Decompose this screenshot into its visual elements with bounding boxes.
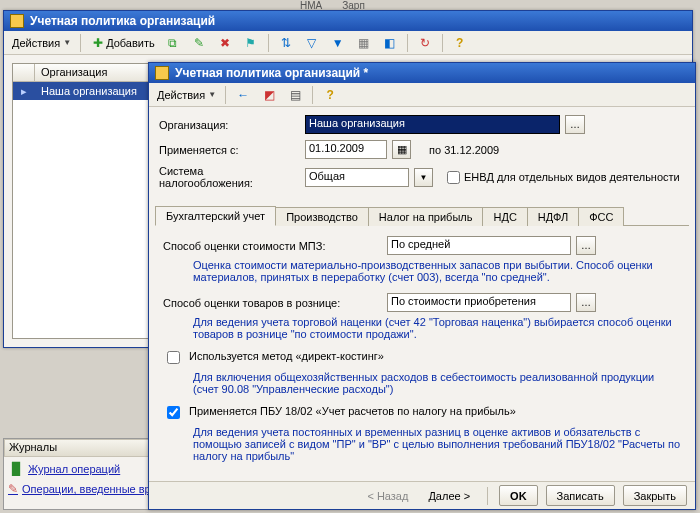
chart-button[interactable]: ◧ bbox=[378, 33, 402, 53]
copy-icon: ⧉ bbox=[165, 35, 181, 51]
plus-icon: ✚ bbox=[90, 35, 106, 51]
filter-button[interactable]: ▽ bbox=[300, 33, 324, 53]
direct-costing-help-text: Для включения общехозяйственных расходов… bbox=[193, 371, 681, 395]
accounting-policy-edit-window: Учетная политика организаций * Действия▼… bbox=[148, 62, 696, 510]
direct-costing-label: Используется метод «директ-костинг» bbox=[189, 350, 384, 362]
toolbar-separator bbox=[268, 34, 269, 52]
grid-icon: ▦ bbox=[356, 35, 372, 51]
calendar-icon: ▦ bbox=[397, 143, 407, 156]
tab-accounting-body: Способ оценки стоимости МПЗ: По средней … bbox=[149, 226, 695, 481]
tax-system-combo[interactable]: Общая bbox=[305, 168, 409, 187]
no-filter-icon: ▼ bbox=[330, 35, 346, 51]
actions-menu[interactable]: Действия▼ bbox=[8, 33, 75, 53]
list-button[interactable]: ▤ bbox=[283, 85, 307, 105]
organization-picker-button[interactable]: … bbox=[565, 115, 585, 134]
wizard-back-button: < Назад bbox=[361, 488, 414, 504]
organization-field[interactable]: Наша организация bbox=[305, 115, 560, 134]
tab-accounting[interactable]: Бухгалтерский учет bbox=[155, 206, 276, 226]
mpz-help-text: Оценка стоимости материально-производств… bbox=[193, 259, 681, 283]
chart-icon: ◧ bbox=[382, 35, 398, 51]
delete-button[interactable]: ✖ bbox=[213, 33, 237, 53]
app-icon bbox=[155, 66, 169, 80]
help-button[interactable]: ? bbox=[448, 33, 472, 53]
inner-toolbar: Действия▼ ← ◩ ▤ ? bbox=[149, 83, 695, 107]
refresh-button[interactable]: ↻ bbox=[413, 33, 437, 53]
retail-method-picker-button[interactable]: … bbox=[576, 293, 596, 312]
back-nav-button[interactable]: ← bbox=[231, 85, 255, 105]
tax-system-dropdown-button[interactable]: ▼ bbox=[414, 168, 433, 187]
tab-fss[interactable]: ФСС bbox=[578, 207, 624, 226]
row-marker-icon: ▸ bbox=[13, 85, 35, 98]
tab-nds[interactable]: НДС bbox=[482, 207, 527, 226]
manual-operations-link[interactable]: ✎ Операции, введенные вручную bbox=[8, 479, 148, 499]
pbu18-help-text: Для ведения учета постоянных и временных… bbox=[193, 426, 681, 462]
book-icon: ▉ bbox=[8, 461, 24, 477]
retail-help-text: Для ведения учета торговой наценки (счет… bbox=[193, 316, 681, 340]
close-button[interactable]: Закрыть bbox=[623, 485, 687, 506]
applies-from-label: Применяется с: bbox=[159, 144, 299, 156]
retail-method-label: Способ оценки товаров в рознице: bbox=[163, 297, 381, 309]
envd-checkbox-row[interactable]: ЕНВД для отдельных видов деятельности bbox=[447, 171, 680, 184]
edit-button[interactable]: ✎ bbox=[187, 33, 211, 53]
form-header: Организация: Наша организация … Применяе… bbox=[149, 107, 695, 199]
journals-panel: Журналы ▉ Журнал операций ✎ Операции, вв… bbox=[3, 438, 153, 510]
outer-window-title: Учетная политика организаций bbox=[30, 14, 215, 28]
tab-profit-tax[interactable]: Налог на прибыль bbox=[368, 207, 484, 226]
list-icon: ▤ bbox=[287, 87, 303, 103]
toolbar-separator bbox=[442, 34, 443, 52]
help-button[interactable]: ? bbox=[318, 85, 342, 105]
outer-toolbar: Действия▼ ✚ Добавить ⧉ ✎ ✖ ⚑ ⇅ ▽ ▼ ▦ ◧ ↻… bbox=[4, 31, 692, 55]
footer-separator bbox=[487, 487, 488, 505]
applies-to-text: по 31.12.2009 bbox=[429, 144, 499, 156]
ok-button[interactable]: OK bbox=[499, 485, 538, 506]
dialog-footer: < Назад Далее > OK Записать Закрыть bbox=[149, 481, 695, 509]
mark-button[interactable]: ⚑ bbox=[239, 33, 263, 53]
journals-header: Журналы bbox=[4, 439, 152, 457]
chart-icon: ◩ bbox=[261, 87, 277, 103]
calendar-button[interactable]: ▦ bbox=[392, 140, 411, 159]
pbu18-checkbox[interactable] bbox=[167, 406, 180, 419]
chevron-down-icon: ▼ bbox=[420, 173, 428, 182]
flag-icon: ⚑ bbox=[243, 35, 259, 51]
envd-checkbox[interactable] bbox=[447, 171, 460, 184]
toolbar-separator bbox=[80, 34, 81, 52]
toolbar-separator bbox=[407, 34, 408, 52]
actions-menu[interactable]: Действия▼ bbox=[153, 85, 220, 105]
mpz-method-label: Способ оценки стоимости МПЗ: bbox=[163, 240, 381, 252]
pbu18-label: Применяется ПБУ 18/02 «Учет расчетов по … bbox=[189, 405, 516, 417]
grid-header-icon-col bbox=[13, 64, 35, 81]
inner-titlebar[interactable]: Учетная политика организаций * bbox=[149, 63, 695, 83]
help-icon: ? bbox=[322, 87, 338, 103]
organization-label: Организация: bbox=[159, 119, 299, 131]
journal-operations-link[interactable]: ▉ Журнал операций bbox=[8, 459, 148, 479]
app-icon bbox=[10, 14, 24, 28]
help-icon: ? bbox=[452, 35, 468, 51]
toolbar-separator bbox=[312, 86, 313, 104]
direct-costing-checkbox[interactable] bbox=[167, 351, 180, 364]
filter-icon: ▽ bbox=[304, 35, 320, 51]
mpz-method-picker-button[interactable]: … bbox=[576, 236, 596, 255]
back-icon: ← bbox=[235, 87, 251, 103]
tabstrip: Бухгалтерский учет Производство Налог на… bbox=[155, 205, 689, 226]
swap-icon: ⇅ bbox=[278, 35, 294, 51]
clear-filter-button[interactable]: ▼ bbox=[326, 33, 350, 53]
add-button[interactable]: ✚ Добавить bbox=[86, 33, 159, 53]
toolbar-separator bbox=[225, 86, 226, 104]
swap-button[interactable]: ⇅ bbox=[274, 33, 298, 53]
doc-icon: ✎ bbox=[8, 481, 18, 497]
tab-production[interactable]: Производство bbox=[275, 207, 369, 226]
tax-system-label: Система налогообложения: bbox=[159, 165, 299, 189]
structure-button[interactable]: ▦ bbox=[352, 33, 376, 53]
inner-window-title: Учетная политика организаций * bbox=[175, 66, 368, 80]
copy-button[interactable]: ⧉ bbox=[161, 33, 185, 53]
applies-from-field[interactable]: 01.10.2009 bbox=[305, 140, 387, 159]
switch-button[interactable]: ◩ bbox=[257, 85, 281, 105]
pencil-icon: ✎ bbox=[191, 35, 207, 51]
outer-titlebar[interactable]: Учетная политика организаций bbox=[4, 11, 692, 31]
retail-method-field[interactable]: По стоимости приобретения bbox=[387, 293, 571, 312]
tab-ndfl[interactable]: НДФЛ bbox=[527, 207, 579, 226]
wizard-next-button[interactable]: Далее > bbox=[422, 488, 476, 504]
mpz-method-field[interactable]: По средней bbox=[387, 236, 571, 255]
save-button[interactable]: Записать bbox=[546, 485, 615, 506]
refresh-icon: ↻ bbox=[417, 35, 433, 51]
